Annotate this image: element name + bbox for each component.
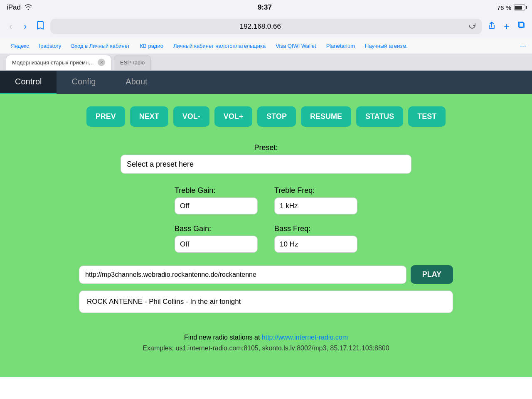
share-button[interactable] [487,21,496,32]
tab-close-modernization[interactable]: ✕ [98,59,105,66]
tab-config[interactable]: Config [57,71,111,94]
tabs-button[interactable] [517,21,526,32]
treble-gain-label: Treble Gain: [175,186,215,195]
app-nav: Control Config About [0,71,532,94]
treble-gain-field: Treble Gain: Off [175,186,258,214]
now-playing-box: ROCK ANTENNE - Phil Collins - In the air… [79,291,453,313]
vol-minus-button[interactable]: VOL- [173,106,209,127]
eq-section: Treble Gain: Off Treble Freq: 1 kHz Bass… [121,186,411,253]
tab-modernization[interactable]: Модернизация старых приёмников. - Страни… [6,55,111,70]
stop-button[interactable]: STOP [257,106,296,127]
url-bar[interactable]: 192.168.0.66 [50,19,482,34]
preset-select[interactable]: Select a preset here [121,155,411,174]
bookmark-taxpayer[interactable]: Личный кабинет налогоплательщика [168,38,271,54]
tab-bar: Модернизация старых приёмников. - Страни… [0,54,532,71]
play-button[interactable]: PLAY [411,265,453,284]
bookmark-cabinet-entry[interactable]: Вход в Личный кабинет [66,38,135,54]
status-button[interactable]: STATUS [356,106,403,127]
url-text: 192.168.0.66 [56,22,465,31]
control-buttons-row: PREV NEXT VOL- VOL+ STOP RESUME STATUS T… [8,106,524,127]
tab-title-modernization: Модернизация старых приёмников. - Страни… [12,59,95,66]
back-button[interactable]: ‹ [6,20,15,34]
footer-line1: Find new radio stations at http://www.in… [17,334,515,341]
resume-button[interactable]: RESUME [301,106,351,127]
bookmark-yandex[interactable]: Яндекс [6,38,34,54]
stream-url-input[interactable] [79,266,406,284]
refresh-button[interactable] [468,21,476,32]
browser-nav-bar: ‹ › 192.168.0.66 + [0,15,532,38]
footer-examples: Examples: us1.internet-radio.com:8105, s… [17,345,515,352]
treble-freq-label: Treble Freq: [274,186,315,195]
tab-control[interactable]: Control [0,71,57,94]
url-play-row: PLAY [79,265,453,284]
now-playing-text: ROCK ANTENNE - Phil Collins - In the air… [87,298,241,305]
bass-gain-select[interactable]: Off [175,236,258,253]
bookmark-atheism[interactable]: Научный атеизм. [360,38,413,54]
bass-gain-label: Bass Gain: [175,224,211,233]
status-bar: iPad 9:37 76 % [0,0,532,15]
prev-button[interactable]: PREV [86,106,125,127]
tab-esp-radio[interactable]: ESP-radio [114,55,151,70]
tab-about[interactable]: About [111,71,162,94]
add-tab-button[interactable]: + [504,21,510,32]
treble-freq-select[interactable]: 1 kHz [274,197,357,214]
bass-freq-label: Bass Freq: [274,224,310,233]
bass-freq-select[interactable]: 10 Hz [274,236,357,253]
preset-label: Preset: [121,143,411,152]
status-bar-right: 76 % [497,4,525,11]
footer-section: Find new radio stations at http://www.in… [8,325,524,360]
test-button[interactable]: TEST [408,106,446,127]
bass-freq-field: Bass Freq: 10 Hz [274,224,357,253]
bass-gain-field: Bass Gain: Off [175,224,258,253]
battery-percent: 76 % [497,4,511,11]
bookmark-qiwi[interactable]: Visa QIWI Wallet [271,38,321,54]
treble-gain-select[interactable]: Off [175,197,258,214]
forward-button[interactable]: › [20,20,30,34]
bookmarks-bar: Яндекс Ipadstory Вход в Личный кабинет К… [0,38,532,54]
next-button[interactable]: NEXT [130,106,168,127]
device-label: iPad [7,3,21,12]
footer-text: Find new radio stations at [184,334,262,341]
bookmarks-button[interactable] [35,20,45,33]
bookmarks-more-button[interactable]: ··· [520,42,526,50]
main-content: PREV NEXT VOL- VOL+ STOP RESUME STATUS T… [0,94,532,377]
bookmark-kv-radio[interactable]: КВ радио [135,38,168,54]
bookmark-planetarium[interactable]: Planetarium [321,38,360,54]
bookmark-ipadstory[interactable]: Ipadstory [34,38,66,54]
wifi-icon [24,4,32,11]
tab-title-esp-radio: ESP-radio [120,59,145,66]
internet-radio-link[interactable]: http://www.internet-radio.com [262,334,348,341]
bass-row: Bass Gain: Off Bass Freq: 10 Hz [121,224,411,253]
vol-plus-button[interactable]: VOL+ [214,106,253,127]
battery-icon [514,5,525,10]
treble-freq-field: Treble Freq: 1 kHz [274,186,357,214]
browser-actions: + [487,21,526,32]
treble-row: Treble Gain: Off Treble Freq: 1 kHz [121,186,411,214]
status-bar-left: iPad [7,3,32,12]
preset-section: Preset: Select a preset here [121,143,411,174]
time-display: 9:37 [258,3,272,12]
